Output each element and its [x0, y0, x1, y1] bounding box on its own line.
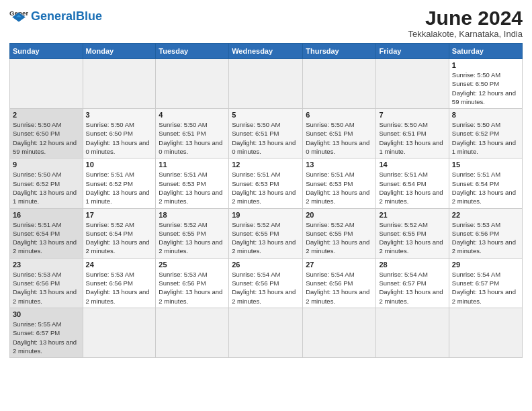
calendar-cell: 12Sunrise: 5:51 AM Sunset: 6:53 PM Dayli…	[229, 158, 303, 208]
calendar-cell	[83, 308, 156, 357]
day-number: 25	[159, 261, 226, 269]
weekday-header-saturday: Saturday	[449, 44, 522, 59]
day-info: Sunrise: 5:52 AM Sunset: 6:55 PM Dayligh…	[159, 220, 226, 256]
day-info: Sunrise: 5:50 AM Sunset: 6:50 PM Dayligh…	[86, 120, 153, 156]
calendar-cell: 2Sunrise: 5:50 AM Sunset: 6:50 PM Daylig…	[10, 109, 83, 158]
day-info: Sunrise: 5:53 AM Sunset: 6:56 PM Dayligh…	[86, 270, 153, 306]
generalblue-logo-icon: General	[9, 7, 28, 26]
weekday-header-sunday: Sunday	[10, 44, 83, 59]
calendar-cell: 24Sunrise: 5:53 AM Sunset: 6:56 PM Dayli…	[83, 258, 156, 308]
calendar-cell: 17Sunrise: 5:52 AM Sunset: 6:54 PM Dayli…	[83, 208, 156, 258]
calendar-cell: 3Sunrise: 5:50 AM Sunset: 6:50 PM Daylig…	[83, 109, 156, 158]
calendar-cell: 20Sunrise: 5:52 AM Sunset: 6:55 PM Dayli…	[303, 208, 376, 258]
calendar-cell	[376, 59, 449, 109]
weekday-header-monday: Monday	[83, 44, 156, 59]
day-info: Sunrise: 5:51 AM Sunset: 6:53 PM Dayligh…	[159, 170, 226, 205]
day-info: Sunrise: 5:52 AM Sunset: 6:55 PM Dayligh…	[232, 220, 300, 256]
calendar-cell	[376, 308, 449, 357]
day-number: 16	[13, 211, 80, 219]
day-number: 1	[452, 61, 519, 69]
day-info: Sunrise: 5:50 AM Sunset: 6:51 PM Dayligh…	[232, 120, 300, 156]
calendar-cell: 22Sunrise: 5:53 AM Sunset: 6:56 PM Dayli…	[449, 208, 522, 258]
calendar-cell	[229, 308, 303, 357]
calendar-cell: 6Sunrise: 5:50 AM Sunset: 6:51 PM Daylig…	[303, 109, 376, 158]
calendar-cell: 5Sunrise: 5:50 AM Sunset: 6:51 PM Daylig…	[229, 109, 303, 158]
day-info: Sunrise: 5:54 AM Sunset: 6:56 PM Dayligh…	[306, 270, 373, 306]
calendar-cell: 4Sunrise: 5:50 AM Sunset: 6:51 PM Daylig…	[156, 109, 229, 158]
calendar-header: SundayMondayTuesdayWednesdayThursdayFrid…	[10, 44, 523, 59]
day-number: 20	[306, 211, 373, 219]
page: General GeneralBlue June 2024 Tekkalakot…	[0, 0, 532, 411]
day-info: Sunrise: 5:50 AM Sunset: 6:51 PM Dayligh…	[159, 120, 226, 156]
calendar-cell: 28Sunrise: 5:54 AM Sunset: 6:57 PM Dayli…	[376, 258, 449, 308]
logo: General GeneralBlue	[9, 7, 102, 26]
calendar-cell	[303, 59, 376, 109]
weekday-header-thursday: Thursday	[303, 44, 376, 59]
day-number: 26	[232, 261, 300, 269]
day-info: Sunrise: 5:55 AM Sunset: 6:57 PM Dayligh…	[13, 320, 80, 355]
day-number: 3	[86, 111, 153, 119]
day-info: Sunrise: 5:53 AM Sunset: 6:56 PM Dayligh…	[452, 220, 519, 256]
calendar-cell: 11Sunrise: 5:51 AM Sunset: 6:53 PM Dayli…	[156, 158, 229, 208]
day-info: Sunrise: 5:51 AM Sunset: 6:54 PM Dayligh…	[452, 170, 519, 205]
day-info: Sunrise: 5:52 AM Sunset: 6:54 PM Dayligh…	[86, 220, 153, 256]
day-number: 11	[159, 161, 226, 169]
calendar-cell: 26Sunrise: 5:54 AM Sunset: 6:56 PM Dayli…	[229, 258, 303, 308]
calendar-cell: 18Sunrise: 5:52 AM Sunset: 6:55 PM Dayli…	[156, 208, 229, 258]
day-number: 13	[306, 161, 373, 169]
calendar-body: 1Sunrise: 5:50 AM Sunset: 6:50 PM Daylig…	[10, 59, 523, 358]
day-number: 15	[452, 161, 519, 169]
day-number: 27	[306, 261, 373, 269]
calendar-cell: 14Sunrise: 5:51 AM Sunset: 6:54 PM Dayli…	[376, 158, 449, 208]
calendar-cell: 10Sunrise: 5:51 AM Sunset: 6:52 PM Dayli…	[83, 158, 156, 208]
calendar-cell	[10, 59, 83, 109]
calendar: SundayMondayTuesdayWednesdayThursdayFrid…	[9, 43, 523, 358]
header: General GeneralBlue June 2024 Tekkalakot…	[9, 7, 523, 39]
weekday-row: SundayMondayTuesdayWednesdayThursdayFrid…	[10, 44, 523, 59]
calendar-cell: 21Sunrise: 5:52 AM Sunset: 6:55 PM Dayli…	[376, 208, 449, 258]
logo-text: GeneralBlue	[31, 10, 102, 22]
day-info: Sunrise: 5:50 AM Sunset: 6:52 PM Dayligh…	[452, 120, 519, 156]
day-info: Sunrise: 5:51 AM Sunset: 6:53 PM Dayligh…	[306, 170, 373, 205]
calendar-cell: 27Sunrise: 5:54 AM Sunset: 6:56 PM Dayli…	[303, 258, 376, 308]
day-number: 30	[13, 310, 80, 318]
day-info: Sunrise: 5:54 AM Sunset: 6:57 PM Dayligh…	[379, 270, 445, 306]
weekday-header-friday: Friday	[376, 44, 449, 59]
day-number: 9	[13, 161, 80, 169]
day-info: Sunrise: 5:54 AM Sunset: 6:57 PM Dayligh…	[452, 270, 519, 306]
day-number: 7	[379, 111, 445, 119]
day-number: 23	[13, 261, 80, 269]
calendar-cell: 7Sunrise: 5:50 AM Sunset: 6:51 PM Daylig…	[376, 109, 449, 158]
day-number: 2	[13, 111, 80, 119]
day-number: 29	[452, 261, 519, 269]
calendar-cell: 16Sunrise: 5:51 AM Sunset: 6:54 PM Dayli…	[10, 208, 83, 258]
calendar-cell	[303, 308, 376, 357]
day-number: 18	[159, 211, 226, 219]
day-info: Sunrise: 5:52 AM Sunset: 6:55 PM Dayligh…	[306, 220, 373, 256]
day-info: Sunrise: 5:51 AM Sunset: 6:54 PM Dayligh…	[379, 170, 445, 205]
calendar-cell: 30Sunrise: 5:55 AM Sunset: 6:57 PM Dayli…	[10, 308, 83, 357]
calendar-cell: 15Sunrise: 5:51 AM Sunset: 6:54 PM Dayli…	[449, 158, 522, 208]
logo-blue: Blue	[76, 9, 102, 23]
day-info: Sunrise: 5:50 AM Sunset: 6:50 PM Dayligh…	[13, 120, 80, 156]
calendar-cell: 1Sunrise: 5:50 AM Sunset: 6:50 PM Daylig…	[449, 59, 522, 109]
calendar-cell: 29Sunrise: 5:54 AM Sunset: 6:57 PM Dayli…	[449, 258, 522, 308]
day-info: Sunrise: 5:53 AM Sunset: 6:56 PM Dayligh…	[159, 270, 226, 306]
day-info: Sunrise: 5:50 AM Sunset: 6:50 PM Dayligh…	[452, 71, 519, 106]
calendar-cell	[449, 308, 522, 357]
calendar-week-4: 23Sunrise: 5:53 AM Sunset: 6:56 PM Dayli…	[10, 258, 523, 308]
calendar-cell: 13Sunrise: 5:51 AM Sunset: 6:53 PM Dayli…	[303, 158, 376, 208]
day-number: 5	[232, 111, 300, 119]
calendar-cell: 8Sunrise: 5:50 AM Sunset: 6:52 PM Daylig…	[449, 109, 522, 158]
day-number: 17	[86, 211, 153, 219]
weekday-header-tuesday: Tuesday	[156, 44, 229, 59]
calendar-week-2: 9Sunrise: 5:50 AM Sunset: 6:52 PM Daylig…	[10, 158, 523, 208]
logo-general: General	[31, 9, 76, 23]
day-number: 10	[86, 161, 153, 169]
day-info: Sunrise: 5:52 AM Sunset: 6:55 PM Dayligh…	[379, 220, 445, 256]
day-number: 21	[379, 211, 445, 219]
day-info: Sunrise: 5:51 AM Sunset: 6:53 PM Dayligh…	[232, 170, 300, 205]
calendar-cell: 9Sunrise: 5:50 AM Sunset: 6:52 PM Daylig…	[10, 158, 83, 208]
day-number: 8	[452, 111, 519, 119]
subtitle: Tekkalakote, Karnataka, India	[408, 29, 523, 39]
